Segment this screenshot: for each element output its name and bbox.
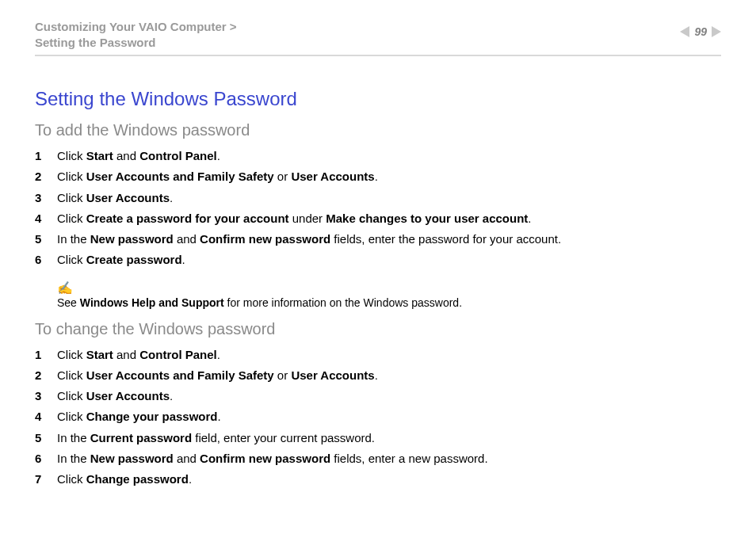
list-item: 4Click Change your password. [35, 406, 721, 427]
list-item: 4Click Create a password for your accoun… [35, 208, 721, 229]
page-nav: 99 [680, 25, 721, 38]
section-heading-change: To change the Windows password [35, 320, 721, 338]
page-title: Setting the Windows Password [35, 88, 721, 110]
step-text: Click Start and Control Panel. [57, 146, 220, 166]
step-number: 6 [35, 448, 57, 469]
list-item: 6In the New password and Confirm new pas… [35, 448, 721, 469]
step-number: 3 [35, 188, 57, 208]
step-text: Click Start and Control Panel. [57, 345, 220, 365]
note-icon: ✍ [57, 282, 73, 295]
step-number: 5 [35, 428, 57, 448]
next-page-icon[interactable] [712, 26, 721, 37]
step-text: Click User Accounts. [57, 386, 173, 406]
step-number: 1 [35, 345, 57, 365]
step-text: In the New password and Confirm new pass… [57, 448, 488, 469]
step-text: In the Current password field, enter you… [57, 428, 375, 448]
note-text: See Windows Help and Support for more in… [57, 296, 462, 309]
step-number: 4 [35, 208, 57, 229]
list-item: 5In the Current password field, enter yo… [35, 428, 721, 448]
step-text: Click User Accounts. [57, 188, 173, 208]
page-content: Setting the Windows Password To add the … [35, 56, 721, 490]
step-text: Click Change your password. [57, 406, 221, 427]
list-item: 1Click Start and Control Panel. [35, 146, 721, 166]
breadcrumb-bottom: Setting the Password [35, 35, 237, 51]
list-item: 2Click User Accounts and Family Safety o… [35, 166, 721, 187]
list-item: 6Click Create password. [35, 250, 721, 270]
step-number: 2 [35, 365, 57, 386]
page-number: 99 [694, 25, 707, 38]
list-item: 1Click Start and Control Panel. [35, 345, 721, 365]
step-number: 7 [35, 469, 57, 490]
list-item: 3Click User Accounts. [35, 386, 721, 406]
note-block: ✍ See Windows Help and Support for more … [57, 282, 721, 309]
step-number: 2 [35, 166, 57, 187]
page-header: Customizing Your VAIO Computer > Setting… [35, 19, 721, 56]
step-text: Click User Accounts and Family Safety or… [57, 365, 378, 386]
step-text: Click Create password. [57, 250, 185, 270]
breadcrumb: Customizing Your VAIO Computer > Setting… [35, 19, 237, 50]
list-item: 7Click Change password. [35, 469, 721, 490]
list-item: 5In the New password and Confirm new pas… [35, 229, 721, 250]
step-number: 4 [35, 406, 57, 427]
steps-add: 1Click Start and Control Panel. 2Click U… [35, 146, 721, 271]
prev-page-icon[interactable] [680, 26, 689, 37]
section-heading-add: To add the Windows password [35, 121, 721, 139]
step-text: Click User Accounts and Family Safety or… [57, 166, 378, 187]
steps-change: 1Click Start and Control Panel. 2Click U… [35, 345, 721, 490]
list-item: 3Click User Accounts. [35, 188, 721, 208]
step-number: 5 [35, 229, 57, 250]
step-text: Click Create a password for your account… [57, 208, 532, 229]
list-item: 2Click User Accounts and Family Safety o… [35, 365, 721, 386]
breadcrumb-top: Customizing Your VAIO Computer > [35, 19, 237, 35]
step-text: Click Change password. [57, 469, 192, 490]
step-number: 1 [35, 146, 57, 166]
step-number: 6 [35, 250, 57, 270]
step-number: 3 [35, 386, 57, 406]
document-page: Customizing Your VAIO Computer > Setting… [0, 0, 756, 490]
step-text: In the New password and Confirm new pass… [57, 229, 561, 250]
